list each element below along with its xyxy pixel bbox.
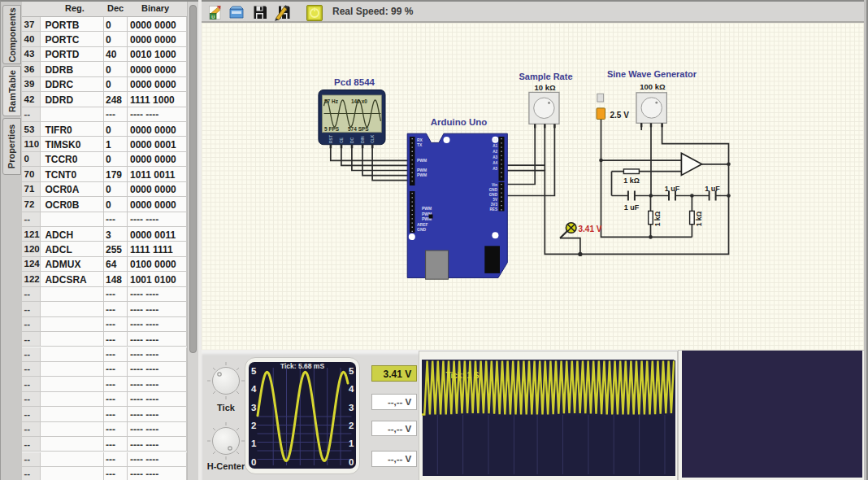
svg-text:TX: TX — [417, 142, 423, 147]
svg-text:Pcd 8544: Pcd 8544 — [334, 77, 375, 87]
svg-text:1 uF: 1 uF — [624, 203, 640, 212]
svg-text:A4: A4 — [493, 161, 497, 165]
svg-text:1: 1 — [348, 439, 354, 448]
svg-text:1 uF: 1 uF — [705, 185, 720, 193]
svg-text:3: 3 — [348, 403, 353, 412]
svg-text:2.5 V: 2.5 V — [610, 111, 630, 120]
svg-text:5 FPS: 5 FPS — [324, 126, 340, 132]
svg-text:Vin: Vin — [492, 183, 497, 187]
svg-text:PWM: PWM — [417, 172, 427, 177]
svg-text:1: 1 — [251, 439, 257, 448]
svg-text:RES: RES — [490, 207, 497, 212]
svg-text:GND: GND — [489, 193, 498, 197]
svg-text:GND: GND — [489, 188, 498, 192]
svg-text:CE: CE — [339, 137, 344, 143]
svg-text:57 Hz: 57 Hz — [324, 98, 339, 104]
svg-text:DIN: DIN — [360, 136, 365, 143]
svg-text:Tick: 5.68 mS: Tick: 5.68 mS — [280, 362, 324, 370]
svg-text:3V3: 3V3 — [491, 203, 498, 207]
svg-text:3.41 V: 3.41 V — [579, 225, 602, 233]
svg-text:1 uF: 1 uF — [665, 185, 680, 193]
svg-text:2: 2 — [251, 421, 256, 430]
svg-text:A3: A3 — [493, 155, 497, 159]
svg-text:4: 4 — [348, 384, 354, 394]
svg-text:0: 0 — [251, 457, 256, 467]
svg-text:5V: 5V — [493, 198, 498, 202]
svg-text:Sine Wave Generator: Sine Wave Generator — [607, 69, 697, 79]
svg-text:GND: GND — [417, 227, 427, 232]
svg-text:10 kΩ: 10 kΩ — [534, 83, 555, 92]
svg-text:3: 3 — [251, 403, 256, 412]
svg-text:PWM: PWM — [422, 206, 432, 211]
svg-text:5: 5 — [348, 366, 354, 376]
svg-text:2: 2 — [348, 421, 353, 430]
svg-text:Arduino Uno: Arduino Uno — [431, 117, 488, 127]
svg-text:Tick: 1 S: Tick: 1 S — [446, 371, 480, 380]
svg-text:CLK: CLK — [370, 134, 375, 143]
svg-text:5: 5 — [251, 366, 257, 376]
svg-text:574 SPS: 574 SPS — [348, 126, 369, 132]
svg-text:1 kΩ: 1 kΩ — [653, 212, 662, 227]
svg-text:1 kΩ: 1 kΩ — [623, 177, 640, 185]
svg-text:A5: A5 — [493, 167, 497, 171]
svg-text:RST: RST — [328, 135, 333, 143]
svg-text:A0: A0 — [493, 138, 497, 142]
svg-text:PWM: PWM — [417, 158, 427, 163]
svg-text:DC: DC — [349, 137, 354, 143]
svg-text:A1: A1 — [493, 144, 497, 148]
svg-text:Sample Rate: Sample Rate — [519, 72, 572, 81]
svg-text:0: 0 — [348, 457, 353, 467]
svg-text:4: 4 — [251, 384, 257, 394]
svg-text:A2: A2 — [493, 150, 497, 154]
svg-text:100 kΩ: 100 kΩ — [640, 82, 666, 91]
svg-text:1 kΩ: 1 kΩ — [695, 212, 703, 227]
svg-text:140 x0: 140 x0 — [351, 98, 367, 104]
